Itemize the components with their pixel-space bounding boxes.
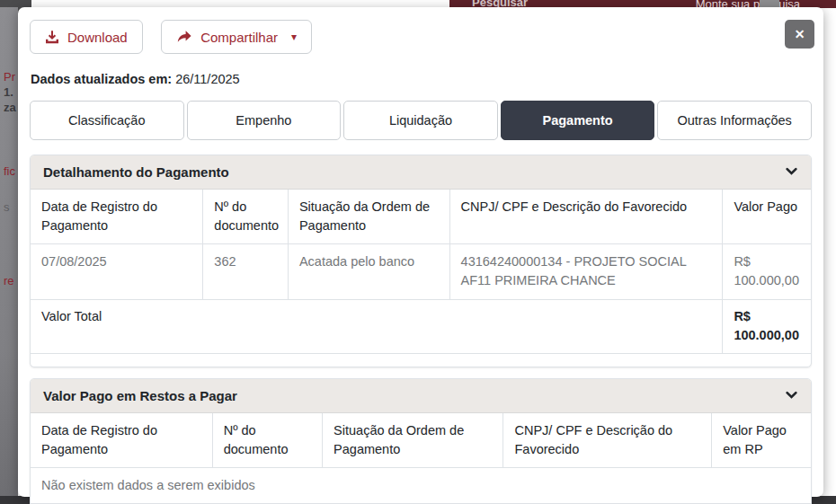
payment-date-cell: 07/08/2025 [31, 244, 203, 300]
background-fragment: 1. [4, 85, 13, 99]
rp-panel-title: Valor Pago em Restos a Pagar [43, 388, 237, 403]
column-header: Valor Pago [723, 190, 811, 244]
column-header: Data de Registro do Pagamento [31, 190, 203, 244]
close-icon: ✕ [795, 27, 805, 41]
chevron-down-icon: ▾ [291, 31, 297, 42]
column-header: Data de Registro do Pagamento [31, 413, 212, 468]
favored-description-cell: 43164240000134 - PROJETO SOCIAL AF11 PRI… [449, 244, 723, 300]
column-header: Situação da Ordem de Pagamento [323, 413, 503, 468]
chevron-down-icon[interactable] [785, 164, 798, 181]
total-label: Valor Total [31, 300, 723, 354]
share-button[interactable]: Compartilhar ▾ [161, 20, 312, 54]
rp-panel: Valor Pago em Restos a Pagar Data de Reg… [30, 378, 812, 504]
payment-detail-panel-title: Detalhamento do Pagamento [43, 164, 229, 180]
background-fragment: re [4, 274, 14, 287]
download-icon [45, 30, 59, 45]
share-icon [176, 30, 192, 44]
total-value: R$ 100.000,00 [723, 300, 811, 354]
download-button-label: Download [67, 30, 128, 45]
background-fragment: Pr [4, 70, 15, 84]
detail-tabs: Classificação Empenho Liquidação Pagamen… [30, 101, 812, 140]
column-header: Situação da Ordem de Pagamento [288, 190, 449, 244]
table-header-row: Data de Registro do Pagamento Nº do docu… [31, 190, 811, 244]
chevron-down-icon[interactable] [785, 388, 798, 404]
background-left-panel: Pr 1. za fic s re [0, 7, 18, 497]
column-header: Valor Pago em RP [712, 413, 811, 468]
tab-outras-informacoes[interactable]: Outras Informações [657, 101, 812, 140]
column-header: Nº do documento [203, 190, 289, 244]
document-number-cell: 362 [203, 244, 289, 300]
background-fragment: za [4, 101, 16, 114]
total-row: Valor Total R$ 100.000,00 [31, 300, 811, 354]
data-updated-value: 26/11/2025 [175, 72, 240, 86]
empty-state-row: Não existem dados a serem exibidos [31, 468, 811, 504]
column-header: CNPJ/ CPF e Descrição do Favorecido [449, 190, 723, 244]
tab-classificacao[interactable]: Classificação [30, 101, 184, 140]
table-row: 07/08/2025 362 Acatada pelo banco 431642… [31, 244, 811, 300]
panel-bottom-spacer [31, 354, 811, 367]
data-updated-label: Dados atualizados em: [31, 72, 172, 86]
modal-toolbar: Download Compartilhar ▾ ✕ [30, 20, 812, 54]
order-status-cell: Acatada pelo banco [288, 244, 449, 300]
column-header: Nº do documento [212, 413, 322, 468]
column-header: CNPJ/ CPF e Descrição do Favorecido [503, 413, 712, 468]
paid-value-cell: R$ 100.000,00 [723, 244, 811, 300]
share-button-label: Compartilhar [200, 30, 278, 45]
empty-state-message: Não existem dados a serem exibidos [31, 468, 811, 504]
payment-detail-panel: Detalhamento do Pagamento Data de Regist… [30, 155, 812, 367]
payment-details-modal: Download Compartilhar ▾ ✕ Dados atualiza… [18, 7, 823, 497]
download-button[interactable]: Download [30, 20, 143, 54]
tab-pagamento[interactable]: Pagamento [501, 101, 655, 140]
rp-panel-header[interactable]: Valor Pago em Restos a Pagar [31, 379, 811, 413]
background-fragment: fic [4, 164, 15, 178]
payment-detail-panel-header[interactable]: Detalhamento do Pagamento [31, 155, 811, 190]
rp-table: Data de Registro do Pagamento Nº do docu… [31, 413, 811, 504]
data-updated-line: Dados atualizados em: 26/11/2025 [31, 72, 812, 86]
tab-liquidacao[interactable]: Liquidação [343, 101, 498, 140]
tab-empenho[interactable]: Empenho [187, 101, 342, 140]
close-button[interactable]: ✕ [785, 20, 814, 49]
background-fragment: s [4, 200, 10, 214]
payment-detail-table: Data de Registro do Pagamento Nº do docu… [31, 190, 811, 354]
table-header-row: Data de Registro do Pagamento Nº do docu… [31, 413, 811, 468]
